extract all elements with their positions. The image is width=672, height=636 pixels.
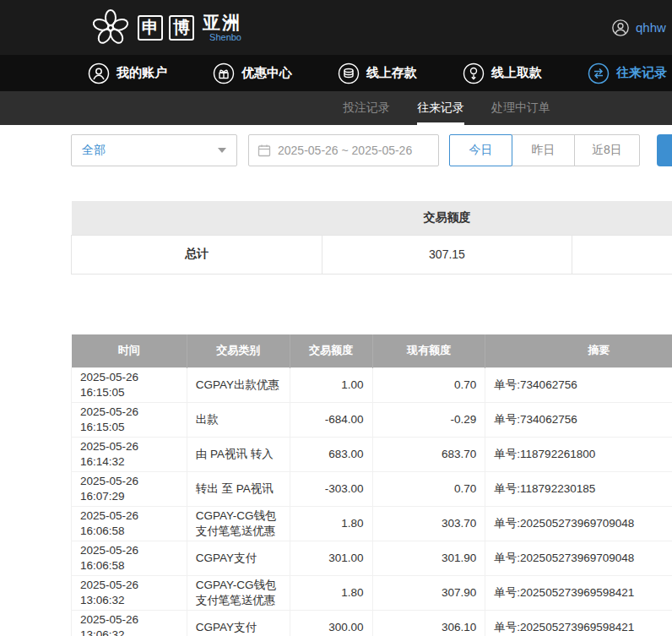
filter-bar: 全部 2025-05-26 ~ 2025-05-26 今日 昨日 近8日 bbox=[0, 125, 672, 176]
yesterday-button[interactable]: 昨日 bbox=[512, 134, 575, 166]
table-cell: CGPAY支付 bbox=[187, 611, 290, 636]
transactions-icon bbox=[588, 63, 610, 84]
type-select[interactable]: 全部 bbox=[71, 134, 237, 166]
table-cell: 301.90 bbox=[372, 541, 485, 576]
table-cell: 单号:202505273969598421 bbox=[485, 611, 672, 636]
table-cell: CGPAY-CG钱包支付笔笔送优惠 bbox=[187, 576, 290, 611]
table-cell: 303.70 bbox=[372, 507, 485, 541]
promotions-icon bbox=[213, 63, 235, 84]
summary-total-value: 307.15 bbox=[322, 235, 572, 274]
table-cell: 0.70 bbox=[372, 368, 485, 403]
summary-header-row: 交易额度 bbox=[72, 201, 672, 235]
table-cell: -684.00 bbox=[290, 403, 372, 438]
tab-processing-orders[interactable]: 处理中订单 bbox=[491, 91, 550, 125]
user-account[interactable]: qhhw bbox=[611, 0, 666, 55]
tab-label: 投注记录 bbox=[343, 101, 390, 116]
logo: 申 博 亚洲 Shenbo bbox=[89, 7, 241, 49]
col-header-balance: 现有额度 bbox=[372, 334, 485, 368]
nav-label: 线上取款 bbox=[491, 65, 542, 81]
table-cell: 2025-05-26 16:15:05 bbox=[72, 403, 187, 438]
tab-betting-records[interactable]: 投注记录 bbox=[343, 91, 390, 125]
records-header-row: 时间 交易类别 交易额度 现有额度 摘要 bbox=[72, 334, 672, 368]
nav-item-promotions[interactable]: 优惠中心 bbox=[213, 63, 292, 84]
withdraw-icon bbox=[463, 63, 485, 84]
table-cell: 单号:202505273969709048 bbox=[485, 507, 672, 541]
date-range-input[interactable]: 2025-05-26 ~ 2025-05-26 bbox=[248, 134, 439, 166]
nav-item-my-account[interactable]: 我的账户 bbox=[88, 63, 167, 84]
col-header-time: 时间 bbox=[72, 334, 187, 368]
table-cell: 2025-05-26 16:15:05 bbox=[72, 368, 187, 403]
table-row: 2025-05-26 16:06:58CGPAY-CG钱包支付笔笔送优惠1.80… bbox=[72, 507, 672, 541]
table-cell: CGPAY出款优惠 bbox=[187, 368, 290, 403]
summary-header-empty bbox=[72, 201, 322, 235]
col-header-amount: 交易额度 bbox=[290, 334, 372, 368]
table-row: 2025-05-26 16:06:58CGPAY支付301.00301.90单号… bbox=[72, 541, 672, 576]
nav-label: 往来记录 bbox=[616, 65, 667, 81]
table-cell: -303.00 bbox=[290, 472, 372, 507]
table-cell: 2025-05-26 16:06:58 bbox=[72, 541, 187, 576]
user-icon bbox=[611, 19, 630, 37]
table-cell: 301.00 bbox=[290, 541, 372, 576]
summary-header-empty-2 bbox=[572, 201, 672, 235]
sub-nav: 投注记录 往来记录 处理中订单 bbox=[0, 91, 672, 125]
records-table-body: 2025-05-26 16:15:05CGPAY出款优惠1.000.70单号:7… bbox=[72, 368, 672, 636]
table-cell: 1.00 bbox=[290, 368, 372, 403]
table-cell: 出款 bbox=[187, 403, 290, 438]
table-cell: 0.70 bbox=[372, 472, 485, 507]
date-range-value: 2025-05-26 ~ 2025-05-26 bbox=[278, 144, 412, 157]
deposit-icon bbox=[338, 63, 360, 84]
nav-label: 我的账户 bbox=[117, 65, 167, 81]
top-header: 申 博 亚洲 Shenbo qhhw bbox=[0, 0, 672, 55]
logo-region: 亚洲 bbox=[203, 14, 241, 32]
calendar-icon bbox=[257, 144, 271, 157]
col-header-summary: 摘要 bbox=[485, 334, 672, 368]
summary-total-label: 总计 bbox=[72, 235, 322, 274]
table-cell: -0.29 bbox=[372, 403, 485, 438]
table-cell: 1.80 bbox=[290, 507, 372, 541]
logo-char-1: 申 bbox=[138, 15, 163, 41]
table-cell: 单号:118792261800 bbox=[485, 438, 672, 472]
table-cell: 2025-05-26 16:06:58 bbox=[72, 507, 187, 541]
username: qhhw bbox=[636, 20, 666, 35]
logo-region-block: 亚洲 Shenbo bbox=[203, 14, 241, 42]
table-cell: 2025-05-26 13:06:32 bbox=[72, 611, 187, 636]
nav-item-deposit[interactable]: 线上存款 bbox=[338, 63, 417, 84]
nav-item-withdraw[interactable]: 线上取款 bbox=[463, 63, 542, 84]
table-cell: 单号:202505273969598421 bbox=[485, 576, 672, 611]
table-cell: 单号:118792230185 bbox=[485, 472, 672, 507]
table-cell: 2025-05-26 13:06:32 bbox=[72, 576, 187, 611]
table-row: 2025-05-26 16:14:32由 PA视讯 转入683.00683.70… bbox=[72, 438, 672, 472]
records-table: 时间 交易类别 交易额度 现有额度 摘要 2025-05-26 16:15:05… bbox=[71, 334, 672, 636]
table-cell: 683.00 bbox=[290, 438, 372, 472]
main-nav: 我的账户 优惠中心 线上存款 bbox=[0, 55, 672, 91]
type-select-value: 全部 bbox=[82, 143, 106, 158]
summary-header-amount: 交易额度 bbox=[322, 201, 572, 235]
table-row: 2025-05-26 13:06:32CGPAY-CG钱包支付笔笔送优惠1.80… bbox=[72, 576, 672, 611]
table-row: 2025-05-26 16:15:05出款-684.00-0.29单号:7340… bbox=[72, 403, 672, 438]
table-row: 2025-05-26 16:15:05CGPAY出款优惠1.000.70单号:7… bbox=[72, 368, 672, 403]
table-cell: 683.70 bbox=[372, 438, 485, 472]
page: 申 博 亚洲 Shenbo qhhw bbox=[0, 0, 672, 636]
table-cell: CGPAY-CG钱包支付笔笔送优惠 bbox=[187, 507, 290, 541]
search-button[interactable] bbox=[657, 134, 672, 166]
logo-subtitle: Shenbo bbox=[203, 32, 241, 42]
last-8-days-button[interactable]: 近8日 bbox=[574, 134, 640, 166]
summary-table: 交易额度 总计 307.15 bbox=[71, 201, 672, 275]
table-cell: 306.10 bbox=[372, 611, 485, 636]
tab-label: 往来记录 bbox=[417, 101, 464, 116]
tab-transaction-records[interactable]: 往来记录 bbox=[417, 91, 464, 125]
account-icon bbox=[88, 63, 110, 84]
table-cell: 1.80 bbox=[290, 576, 372, 611]
summary-total-row: 总计 307.15 bbox=[72, 235, 672, 274]
logo-flower-icon bbox=[89, 7, 132, 49]
table-cell: CGPAY支付 bbox=[187, 541, 290, 576]
chevron-down-icon bbox=[218, 148, 226, 153]
table-cell: 307.90 bbox=[372, 576, 485, 611]
table-cell: 300.00 bbox=[290, 611, 372, 636]
table-cell: 转出 至 PA视讯 bbox=[187, 472, 290, 507]
table-cell: 单号:734062756 bbox=[485, 368, 672, 403]
today-button[interactable]: 今日 bbox=[449, 134, 512, 166]
table-row: 2025-05-26 13:06:32CGPAY支付300.00306.10单号… bbox=[72, 611, 672, 636]
table-cell: 单号:734062756 bbox=[485, 403, 672, 438]
nav-item-transactions[interactable]: 往来记录 bbox=[588, 63, 667, 84]
